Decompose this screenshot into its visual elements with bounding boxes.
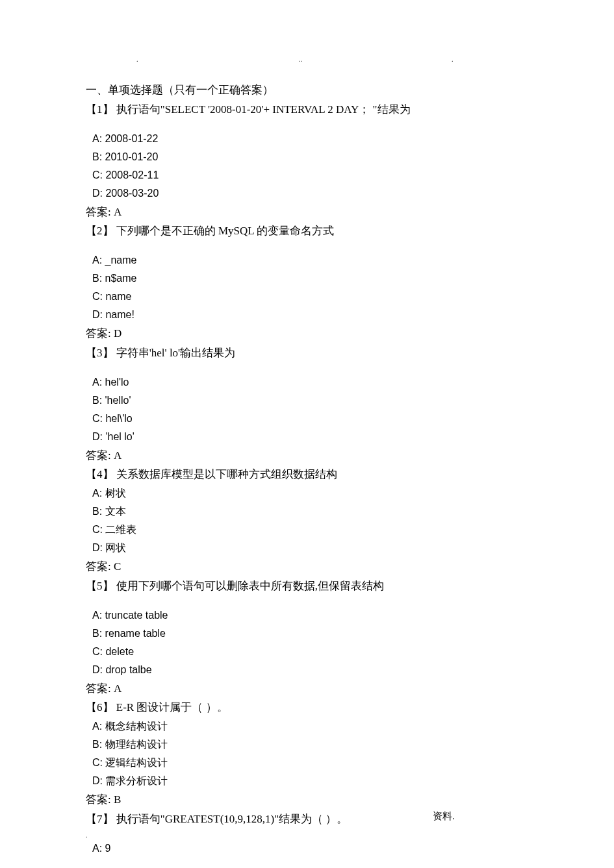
footer-dot: . [86,832,88,839]
option-b: B: n$ame [86,269,530,288]
question-stem: 【4】 关系数据库模型是以下哪种方式组织数据结构 [86,465,530,484]
page-footer: 资料. [433,810,455,823]
question-stem: 【5】 使用下列哪个语句可以删除表中所有数据,但保留表结构 [86,577,530,596]
header-dot: . [136,56,138,63]
option-d: D: 2008-03-20 [86,184,530,203]
option-a: A: _name [86,251,530,269]
option-d: D: 网状 [86,539,530,557]
question-number: 【7】 [86,813,114,825]
question-number: 【1】 [86,103,114,116]
option-b: B: 2010-01-20 [86,148,530,166]
header-dot: . [452,56,454,63]
answer-line: 答案: C [86,557,530,577]
option-c: C: 逻辑结构设计 [86,754,530,772]
blank-line [86,119,530,130]
question-stem: 【7】 执行语句"GREATEST(10,9,128,1)"结果为（ ）。 [86,810,530,829]
answer-line: 答案: B [86,790,530,810]
question-number: 【4】 [86,468,114,480]
question-text: 执行语句"SELECT '2008-01-20'+ INTERVAL 2 DAY… [116,103,411,116]
question-number: 【5】 [86,580,114,592]
option-c: C: delete [86,643,530,661]
answer-line: 答案: D [86,324,530,343]
question-number: 【3】 [86,347,114,359]
question-text: 字符串'hel' lo'输出结果为 [116,347,235,359]
question-text: E-R 图设计属于（ ）。 [116,701,228,713]
question-stem: 【2】 下列哪个是不正确的 MySQL 的变量命名方式 [86,221,530,241]
question-stem: 【3】 字符串'hel' lo'输出结果为 [86,343,530,363]
question-stem: 【6】 E-R 图设计属于（ ）。 [86,698,530,717]
option-b: B: 物理结构设计 [86,736,530,754]
blank-line [86,829,530,839]
question-text: 关系数据库模型是以下哪种方式组织数据结构 [116,468,337,480]
blank-line [86,241,530,251]
question-text: 使用下列哪个语句可以删除表中所有数据,但保留表结构 [116,580,384,592]
section-title: 一、单项选择题（只有一个正确答案） [86,81,530,100]
header-dot: .. [299,56,302,63]
answer-line: 答案: A [86,679,530,699]
option-c: C: name [86,288,530,306]
question-number: 【2】 [86,225,114,237]
option-a: A: 9 [86,839,530,858]
option-d: D: name! [86,306,530,324]
question-number: 【6】 [86,701,114,713]
answer-line: 答案: A [86,203,530,222]
option-b: B: 文本 [86,502,530,521]
option-d: D: 'hel lo' [86,428,530,446]
option-a: A: 2008-01-22 [86,130,530,148]
question-stem: 【1】 执行语句"SELECT '2008-01-20'+ INTERVAL 2… [86,100,530,119]
answer-line: 答案: A [86,446,530,465]
option-a: A: 树状 [86,484,530,502]
option-b: B: rename table [86,625,530,643]
blank-line [86,596,530,606]
blank-line [86,363,530,373]
question-text: 执行语句"GREATEST(10,9,128,1)"结果为（ ）。 [116,813,348,825]
document-content: 一、单项选择题（只有一个正确答案） 【1】 执行语句"SELECT '2008-… [86,81,530,858]
option-b: B: 'hello' [86,391,530,410]
question-text: 下列哪个是不正确的 MySQL 的变量命名方式 [116,225,335,237]
option-c: C: 二维表 [86,521,530,539]
option-a: A: 概念结构设计 [86,717,530,736]
option-d: D: 需求分析设计 [86,772,530,790]
option-a: A: hel'lo [86,373,530,391]
option-c: C: 2008-02-11 [86,166,530,184]
option-a: A: truncate table [86,606,530,625]
option-d: D: drop talbe [86,661,530,679]
option-c: C: hel\'lo [86,410,530,428]
